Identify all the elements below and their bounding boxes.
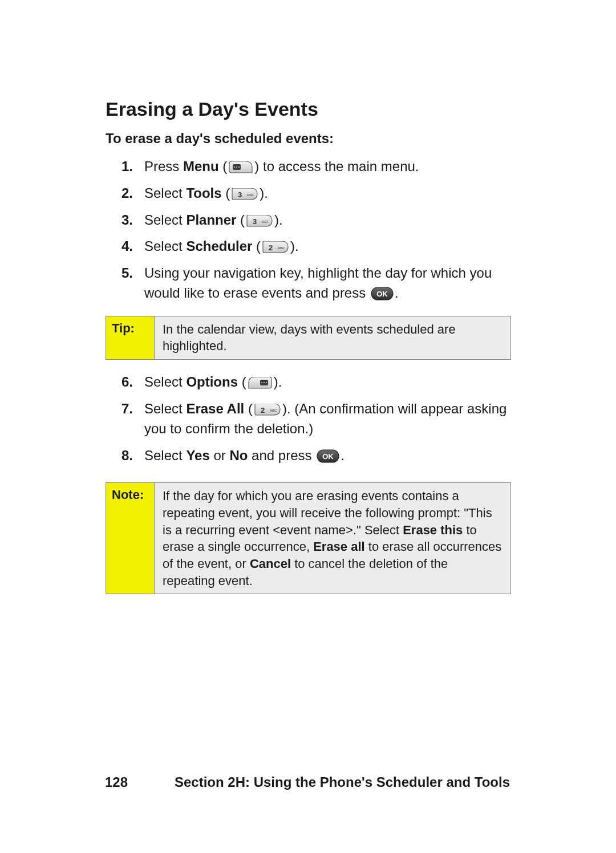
softkey-right-icon	[248, 377, 273, 389]
svg-text:3: 3	[238, 190, 242, 199]
step-item: Using your navigation key, highlight the…	[144, 263, 510, 303]
key-2abc-icon: 2ABC	[262, 241, 289, 254]
step-item: Select Tools (3DEF).	[144, 184, 510, 204]
note-body: If the day for which you are erasing eve…	[155, 483, 511, 594]
step-item: Select Options ().	[144, 372, 510, 392]
svg-text:2: 2	[261, 406, 265, 415]
procedure-list-cont: Select Options (). Select Erase All (2AB…	[106, 372, 510, 465]
step-bold: Yes	[186, 448, 209, 463]
svg-text:ABC: ABC	[278, 246, 285, 250]
ok-key-icon	[317, 449, 339, 463]
page-number: 128	[105, 774, 128, 790]
svg-text:3: 3	[253, 217, 257, 226]
procedure-list: Press Menu () to access the main menu. S…	[106, 157, 510, 303]
step-item: Select Yes or No and press .	[144, 446, 510, 466]
step-bold: Planner	[186, 212, 236, 228]
step-bold: Erase All	[186, 401, 244, 416]
step-item: Select Erase All (2ABC). (An confirmatio…	[144, 399, 510, 439]
key-3def-icon: 3DEF	[246, 215, 273, 228]
step-bold: No	[229, 448, 248, 463]
step-bold: Scheduler	[186, 238, 252, 254]
ok-key-icon	[371, 287, 394, 300]
svg-text:DEF: DEF	[262, 220, 269, 224]
step-bold: Options	[186, 374, 238, 389]
page-title: Erasing a Day's Events	[106, 98, 510, 120]
key-3def-icon: 3DEF	[231, 188, 258, 201]
page-footer: 128 Section 2H: Using the Phone's Schedu…	[105, 774, 510, 790]
svg-text:DEF: DEF	[247, 193, 254, 197]
step-bold: Menu	[183, 159, 219, 174]
svg-text:2: 2	[269, 243, 273, 252]
note-label: Note:	[106, 483, 155, 594]
procedure-heading: To erase a day's scheduled events:	[106, 131, 510, 147]
step-item: Select Planner (3DEF).	[144, 210, 510, 230]
svg-text:ABC: ABC	[270, 409, 277, 412]
tip-label: Tip:	[106, 316, 155, 359]
tip-callout: Tip: In the calendar view, days with eve…	[106, 316, 511, 360]
section-label: Section 2H: Using the Phone's Scheduler …	[175, 774, 510, 790]
softkey-left-icon	[228, 161, 253, 174]
key-2abc-icon: 2ABC	[254, 404, 281, 416]
step-text: Press	[144, 159, 183, 174]
step-bold: Tools	[186, 185, 221, 201]
tip-body: In the calendar view, days with events s…	[155, 316, 511, 359]
note-callout: Note: If the day for which you are erasi…	[106, 482, 511, 594]
step-item: Press Menu () to access the main menu.	[144, 157, 510, 177]
step-item: Select Scheduler (2ABC).	[144, 237, 510, 257]
